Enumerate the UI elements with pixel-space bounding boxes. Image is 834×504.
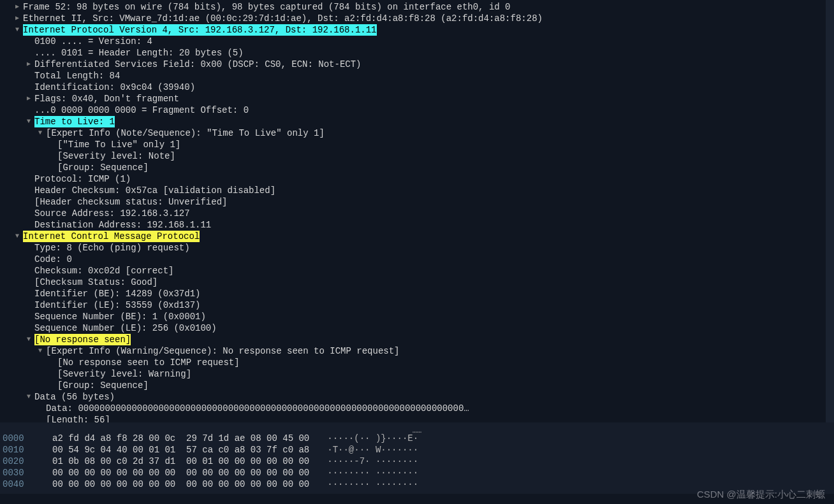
watermark: CSDN @温馨提示:小心二刺螈: [697, 489, 825, 500]
expand-icon[interactable]: ▶: [23, 59, 34, 70]
collapse-icon[interactable]: ▼: [11, 24, 23, 36]
ip-cksum-stat-row[interactable]: [Header checksum status: Unverified]: [0, 196, 834, 208]
icmp-header-row[interactable]: ▼Internet Control Message Protocol: [0, 231, 834, 242]
ip-header: Internet Protocol Version 4, Src: 192.16…: [23, 24, 377, 36]
collapse-icon[interactable]: ▼: [23, 116, 34, 127]
collapse-icon[interactable]: ▼: [23, 391, 34, 403]
icmp-no-response: [No response seen]: [34, 334, 131, 345]
hex-ascii: ·T··@··· W·······: [327, 444, 418, 456]
icmp-data-hdr-row[interactable]: ▼Data (56 bytes): [0, 391, 834, 403]
ip-identification: Identification: 0x9c04 (39940): [34, 82, 195, 93]
hex-offset: 0000: [3, 433, 41, 444]
ip-ident-row[interactable]: Identification: 0x9c04 (39940): [0, 82, 834, 93]
hex-offset: 0040: [3, 479, 41, 490]
hex-bytes: 00 00 00 00 00 00 00 00 00 00 00 00 00 0…: [52, 467, 309, 479]
ip-checksum: Header Checksum: 0x57ca [validation disa…: [34, 185, 275, 196]
ip-source: Source Address: 192.168.3.127: [34, 208, 190, 219]
frame-summary: Frame 52: 98 bytes on wire (784 bits), 9…: [23, 1, 511, 13]
hex-bytes: 00 54 9c 04 40 00 01 01 57 ca c0 a8 03 7…: [52, 444, 309, 456]
ip-hlen-row[interactable]: .... 0101 = Header Length: 20 bytes (5): [0, 47, 834, 59]
ip-ttl-expert: [Expert Info (Note/Sequence): "Time To L…: [46, 127, 325, 139]
hex-ascii: ·····-7· ········: [327, 456, 418, 467]
frame-summary-row[interactable]: ▶ Frame 52: 98 bytes on wire (784 bits),…: [0, 1, 834, 13]
hex-bytes: 00 00 00 00 00 00 00 00 00 00 00 00 00 0…: [52, 479, 309, 490]
ip-protocol: Protocol: ICMP (1): [34, 173, 131, 185]
ip-proto-row[interactable]: Protocol: ICMP (1): [0, 173, 834, 185]
packet-bytes-pane[interactable]: …… 0000a2 fd d4 a8 f8 28 00 0c 29 7d 1d …: [0, 422, 834, 494]
icmp-noresp-row[interactable]: ▼[No response seen]: [0, 334, 834, 345]
icmp-id-le-row[interactable]: Identifier (LE): 53559 (0xd137): [0, 299, 834, 311]
ip-ttl: Time to Live: 1: [34, 116, 115, 127]
ip-src-row[interactable]: Source Address: 192.168.3.127: [0, 208, 834, 219]
ip-dscp-row[interactable]: ▶Differentiated Services Field: 0x00 (DS…: [0, 59, 834, 70]
collapse-icon[interactable]: ▼: [34, 127, 46, 139]
icmp-code: Code: 0: [34, 254, 72, 265]
icmp-seq-le: Sequence Number (LE): 256 (0x0100): [34, 322, 217, 334]
expand-icon[interactable]: ▶: [11, 1, 23, 13]
ip-destination: Destination Address: 192.168.1.11: [34, 219, 211, 231]
ip-totlen-row[interactable]: Total Length: 84: [0, 70, 834, 82]
ip-ttl-sev-row[interactable]: [Severity level: Note]: [0, 150, 834, 162]
ip-ttl-row[interactable]: ▼Time to Live: 1: [0, 116, 834, 127]
ip-ttl-msg-row[interactable]: ["Time To Live" only 1]: [0, 139, 834, 150]
icmp-noresp-msg-row[interactable]: [No response seen to ICMP request]: [0, 357, 834, 368]
ip-ttl-message: ["Time To Live" only 1]: [57, 139, 180, 150]
hex-bytes: a2 fd d4 a8 f8 28 00 0c 29 7d 1d ae 08 0…: [52, 433, 309, 444]
icmp-noresp-expert-row[interactable]: ▼[Expert Info (Warning/Sequence): No res…: [0, 345, 834, 357]
packet-details-pane[interactable]: ▶ Frame 52: 98 bytes on wire (784 bits),…: [0, 0, 834, 427]
hex-ascii: ········ ········: [327, 479, 418, 490]
icmp-noresp-grp-row[interactable]: [Group: Sequence]: [0, 380, 834, 391]
hex-ascii: ········ ········: [327, 467, 418, 479]
icmp-id-le: Identifier (LE): 53559 (0xd137): [34, 299, 200, 311]
ip-dscp: Differentiated Services Field: 0x00 (DSC…: [34, 59, 361, 70]
icmp-checksum: Checksum: 0xc02d [correct]: [34, 265, 173, 277]
ip-dst-row[interactable]: Destination Address: 192.168.1.11: [0, 219, 834, 231]
ip-checksum-status: [Header checksum status: Unverified]: [34, 196, 227, 208]
ip-cksum-row[interactable]: Header Checksum: 0x57ca [validation disa…: [0, 185, 834, 196]
icmp-seq-be: Sequence Number (BE): 1 (0x0001): [34, 311, 206, 322]
icmp-seq-be-row[interactable]: Sequence Number (BE): 1 (0x0001): [0, 311, 834, 322]
hex-offset: 0010: [3, 444, 41, 456]
hex-offset: 0030: [3, 467, 41, 479]
collapse-icon[interactable]: ▼: [34, 345, 46, 357]
ip-version: 0100 .... = Version: 4: [34, 36, 152, 47]
icmp-data: Data: 0000000000000000000000000000000000…: [46, 403, 469, 414]
icmp-noresp-group: [Group: Sequence]: [57, 380, 149, 391]
ip-header-row[interactable]: ▼ Internet Protocol Version 4, Src: 192.…: [0, 24, 834, 36]
icmp-type-row[interactable]: Type: 8 (Echo (ping) request): [0, 242, 834, 254]
ip-fragment-offset: ...0 0000 0000 0000 = Fragment Offset: 0: [34, 104, 249, 116]
ip-fragoff-row[interactable]: ...0 0000 0000 0000 = Fragment Offset: 0: [0, 104, 834, 116]
ip-ttl-grp-row[interactable]: [Group: Sequence]: [0, 162, 834, 173]
hex-bytes: 01 0b 08 00 c0 2d 37 d1 00 01 00 00 00 0…: [52, 456, 309, 467]
hex-row-0030[interactable]: 003000 00 00 00 00 00 00 00 00 00 00 00 …: [3, 467, 831, 479]
icmp-checksum-status: [Checksum Status: Good]: [34, 277, 157, 288]
hex-row-0000[interactable]: 0000a2 fd d4 a8 f8 28 00 0c 29 7d 1d ae …: [3, 433, 831, 444]
hex-ascii: ·····(·· )}····E·: [327, 433, 418, 444]
icmp-noresp-sev-row[interactable]: [Severity level: Warning]: [0, 368, 834, 380]
hex-offset: 0020: [3, 456, 41, 467]
ip-total-length: Total Length: 84: [34, 70, 120, 82]
ip-ttl-group: [Group: Sequence]: [57, 162, 149, 173]
icmp-data-row[interactable]: Data: 0000000000000000000000000000000000…: [0, 403, 834, 414]
hex-row-0010[interactable]: 001000 54 9c 04 40 00 01 01 57 ca c0 a8 …: [3, 444, 831, 456]
collapse-icon[interactable]: ▼: [11, 231, 23, 242]
vertical-scrollbar[interactable]: [826, 0, 834, 433]
ip-version-row[interactable]: 0100 .... = Version: 4: [0, 36, 834, 47]
icmp-seq-le-row[interactable]: Sequence Number (LE): 256 (0x0100): [0, 322, 834, 334]
ip-ttl-expert-row[interactable]: ▼[Expert Info (Note/Sequence): "Time To …: [0, 127, 834, 139]
hex-ellipsis: ……: [3, 425, 831, 433]
ip-flags-row[interactable]: ▶Flags: 0x40, Don't fragment: [0, 93, 834, 104]
ip-header-length: .... 0101 = Header Length: 20 bytes (5): [34, 47, 244, 59]
icmp-noresp-message: [No response seen to ICMP request]: [57, 357, 240, 368]
ethernet-row[interactable]: ▶ Ethernet II, Src: VMware_7d:1d:ae (00:…: [0, 13, 834, 24]
expand-icon[interactable]: ▶: [11, 13, 23, 24]
icmp-code-row[interactable]: Code: 0: [0, 254, 834, 265]
icmp-id-be-row[interactable]: Identifier (BE): 14289 (0x37d1): [0, 288, 834, 299]
icmp-type: Type: 8 (Echo (ping) request): [34, 242, 190, 254]
collapse-icon[interactable]: ▼: [23, 334, 34, 345]
icmp-cksum-stat-row[interactable]: [Checksum Status: Good]: [0, 277, 834, 288]
icmp-cksum-row[interactable]: Checksum: 0xc02d [correct]: [0, 265, 834, 277]
ip-flags: Flags: 0x40, Don't fragment: [34, 93, 179, 104]
expand-icon[interactable]: ▶: [23, 93, 34, 104]
hex-row-0020[interactable]: 002001 0b 08 00 c0 2d 37 d1 00 01 00 00 …: [3, 456, 831, 467]
